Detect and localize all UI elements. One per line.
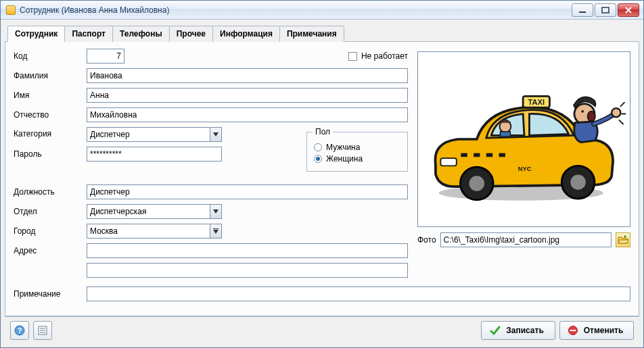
photo-column: TAXI NYC (417, 49, 630, 247)
svg-rect-10 (440, 158, 456, 166)
gender-male-radio[interactable] (314, 143, 322, 151)
help-button[interactable]: ? (10, 321, 29, 340)
svg-rect-18 (461, 153, 467, 157)
tab-label: Прочее (177, 29, 206, 39)
address-label: Адрес (14, 246, 87, 255)
not-working-checkbox[interactable] (348, 52, 357, 61)
city-input[interactable] (87, 224, 210, 239)
position-label: Должность (14, 187, 87, 197)
svg-rect-13 (500, 132, 510, 136)
note-input[interactable] (87, 287, 630, 301)
save-label: Записать (506, 326, 544, 335)
gender-fieldset: Пол Мужчина Женщина (306, 127, 408, 172)
city-dropdown-button[interactable] (210, 224, 222, 239)
name-input[interactable] (87, 88, 408, 103)
category-input[interactable] (87, 127, 210, 142)
password-label: Пароль (14, 149, 87, 159)
not-working-label: Не работает (361, 51, 408, 61)
name-label: Имя (14, 91, 87, 100)
titlebar: Сотрудник (Иванова Анна Михайловна) (1, 1, 643, 20)
tab-phones[interactable]: Телефоны (112, 26, 170, 42)
password-input[interactable] (87, 147, 222, 161)
save-button[interactable]: Записать (481, 321, 555, 340)
list-icon (37, 325, 48, 336)
minimize-button[interactable] (572, 3, 593, 17)
tab-label: Информация (220, 29, 273, 39)
gender-male-label: Мужчина (326, 143, 360, 152)
tab-label: Паспорт (72, 29, 106, 39)
tab-info[interactable]: Информация (212, 26, 280, 42)
employee-window: Сотрудник (Иванова Анна Михайловна) Сотр… (0, 0, 644, 348)
position-input[interactable] (87, 184, 408, 199)
svg-rect-29 (570, 330, 576, 331)
svg-point-9 (570, 174, 585, 189)
svg-text:NYC: NYC (518, 166, 531, 172)
department-dropdown-button[interactable] (210, 204, 222, 219)
department-label: Отдел (14, 207, 87, 216)
app-icon (6, 5, 16, 15)
svg-rect-19 (474, 153, 480, 157)
gender-female-label: Женщина (326, 154, 363, 164)
category-dropdown-button[interactable] (210, 127, 222, 142)
folder-open-icon (618, 234, 628, 245)
bottom-toolbar: ? Записать (5, 316, 639, 343)
svg-text:TAXI: TAXI (528, 98, 545, 106)
svg-point-16 (581, 110, 584, 113)
check-icon (490, 325, 501, 336)
svg-rect-0 (579, 11, 586, 13)
svg-rect-20 (486, 153, 492, 157)
stop-icon (568, 325, 578, 336)
close-button[interactable] (618, 3, 639, 17)
code-input[interactable] (87, 49, 124, 64)
gender-female-row[interactable]: Женщина (314, 154, 400, 164)
svg-rect-2 (213, 228, 218, 229)
svg-point-17 (612, 108, 620, 117)
not-working-row: Не работает (348, 51, 408, 61)
taxi-cartoon-image: TAXI NYC (423, 70, 626, 209)
maximize-button[interactable] (595, 3, 616, 17)
gender-legend: Пол (313, 127, 333, 136)
svg-text:?: ? (18, 326, 22, 334)
patronymic-label: Отчество (14, 110, 87, 120)
surname-input[interactable] (87, 68, 408, 83)
tab-other[interactable]: Прочее (169, 26, 213, 42)
city-label: Город (14, 226, 87, 236)
svg-point-7 (469, 176, 484, 191)
cancel-button[interactable]: Отменить (559, 321, 634, 340)
svg-rect-21 (499, 153, 505, 157)
gender-male-row[interactable]: Мужчина (314, 143, 400, 152)
note-label: Примечание (14, 289, 87, 299)
tab-passport[interactable]: Паспорт (64, 26, 113, 42)
address-input-2[interactable] (87, 263, 408, 278)
form-column: Код Не работает Фамилия (14, 49, 408, 282)
svg-rect-1 (602, 7, 609, 13)
photo-browse-button[interactable] (616, 232, 630, 247)
address-input[interactable] (87, 243, 408, 258)
client-area: Сотрудник Паспорт Телефоны Прочее Информ… (1, 20, 643, 347)
list-button[interactable] (33, 321, 52, 340)
gender-female-radio[interactable] (314, 155, 322, 163)
category-combo[interactable] (87, 127, 222, 142)
surname-label: Фамилия (14, 71, 87, 80)
photo-preview: TAXI NYC (417, 51, 630, 227)
department-combo[interactable] (87, 204, 222, 219)
tab-notes[interactable]: Примечания (279, 26, 344, 42)
photo-path-input[interactable] (440, 232, 612, 247)
help-icon: ? (14, 325, 25, 336)
cancel-label: Отменить (584, 326, 624, 335)
tab-label: Сотрудник (15, 29, 58, 39)
city-combo[interactable] (87, 224, 222, 239)
code-label: Код (14, 51, 87, 61)
tabstrip: Сотрудник Паспорт Телефоны Прочее Информ… (5, 24, 639, 42)
window-title: Сотрудник (Иванова Анна Михайловна) (20, 5, 169, 15)
department-input[interactable] (87, 204, 210, 219)
patronymic-input[interactable] (87, 107, 408, 122)
tab-body: Код Не работает Фамилия (5, 42, 639, 316)
svg-point-15 (587, 111, 595, 122)
tab-label: Примечания (287, 29, 337, 39)
tab-employee[interactable]: Сотрудник (7, 26, 65, 42)
tab-label: Телефоны (120, 29, 162, 39)
photo-label: Фото (417, 235, 436, 245)
category-label: Категория (14, 129, 87, 139)
